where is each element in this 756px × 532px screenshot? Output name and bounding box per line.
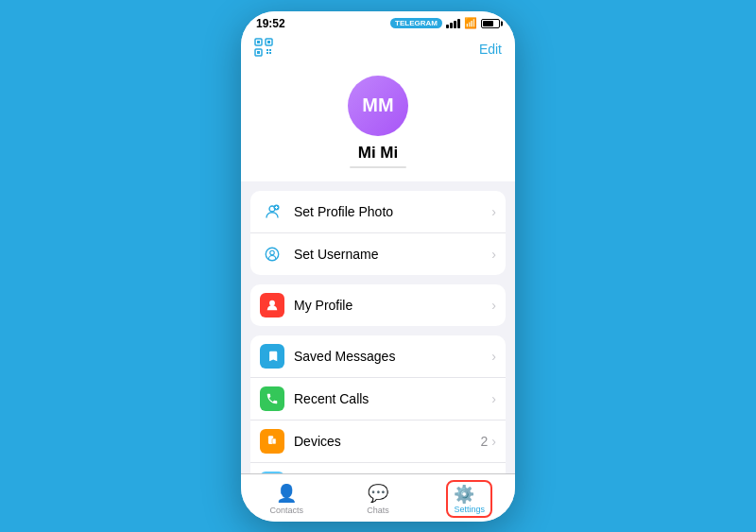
status-right: TELEGRAM 📶 xyxy=(390,17,500,29)
devices-label: Devices xyxy=(294,434,481,449)
recent-calls-label: Recent Calls xyxy=(294,391,490,406)
signal-bars xyxy=(446,19,460,28)
devices-count: 2 xyxy=(481,434,489,449)
status-bar: 19:52 TELEGRAM 📶 xyxy=(241,11,515,34)
telegram-badge: TELEGRAM xyxy=(390,18,442,28)
tab-bar: 👤 Contacts 💬 Chats ⚙️ Settings xyxy=(241,473,515,522)
svg-rect-7 xyxy=(269,49,271,51)
profile-menu-section: My Profile › xyxy=(250,284,506,326)
svg-rect-6 xyxy=(266,49,268,51)
tab-contacts[interactable]: 👤 Contacts xyxy=(241,483,333,515)
set-profile-photo-item[interactable]: Set Profile Photo › xyxy=(250,191,506,233)
chats-tab-icon: 💬 xyxy=(368,483,388,504)
settings-tab-icon: ⚙️ xyxy=(454,485,474,504)
my-profile-item[interactable]: My Profile › xyxy=(250,284,506,326)
my-profile-label: My Profile xyxy=(294,298,490,313)
status-time: 19:52 xyxy=(256,17,285,30)
chevron-icon: › xyxy=(491,391,496,406)
saved-messages-label: Saved Messages xyxy=(294,349,490,364)
my-profile-icon xyxy=(260,293,284,317)
profile-underline xyxy=(350,166,406,168)
profile-name: Mi Mi xyxy=(358,144,399,163)
recent-calls-item[interactable]: Recent Calls › xyxy=(250,378,506,420)
svg-rect-18 xyxy=(272,438,276,444)
avatar: MM xyxy=(348,76,408,136)
phone-frame: 19:52 TELEGRAM 📶 xyxy=(241,11,515,522)
profile-section: MM Mi Mi xyxy=(241,68,515,181)
quick-actions-section: Set Profile Photo › Set Username › xyxy=(250,191,506,275)
wifi-icon: 📶 xyxy=(464,17,477,29)
chevron-icon: › xyxy=(491,434,496,449)
header: Edit xyxy=(241,34,515,68)
tab-settings[interactable]: ⚙️ Settings xyxy=(423,480,515,518)
devices-icon xyxy=(260,429,284,454)
set-username-label: Set Username xyxy=(294,247,490,262)
content-area: Set Profile Photo › Set Username › xyxy=(241,181,515,473)
saved-messages-item[interactable]: Saved Messages › xyxy=(250,335,506,378)
svg-rect-5 xyxy=(257,51,260,54)
svg-point-14 xyxy=(266,248,279,261)
chevron-icon: › xyxy=(491,204,496,219)
chevron-icon: › xyxy=(491,298,496,313)
settings-highlight-box: ⚙️ Settings xyxy=(446,480,492,518)
username-icon xyxy=(260,242,284,266)
saved-messages-icon xyxy=(260,344,284,369)
set-profile-photo-label: Set Profile Photo xyxy=(294,204,490,219)
devices-item[interactable]: Devices 2 › xyxy=(250,420,506,463)
chats-tab-label: Chats xyxy=(367,506,389,515)
chat-folders-icon xyxy=(260,472,284,473)
edit-button[interactable]: Edit xyxy=(479,42,502,57)
chat-folders-item[interactable]: Chat Folders › xyxy=(250,463,506,473)
svg-point-15 xyxy=(270,250,275,255)
tab-chats[interactable]: 💬 Chats xyxy=(333,483,424,515)
svg-rect-4 xyxy=(267,41,270,43)
svg-rect-9 xyxy=(269,52,271,54)
recent-calls-icon xyxy=(260,386,284,411)
battery-icon xyxy=(481,19,500,28)
settings-tab-label: Settings xyxy=(454,505,485,514)
contacts-tab-icon: 👤 xyxy=(276,483,297,504)
qr-code-icon[interactable] xyxy=(254,38,273,60)
main-menu-section: Saved Messages › Recent Calls › xyxy=(250,335,506,473)
profile-photo-icon xyxy=(260,199,284,224)
svg-rect-8 xyxy=(266,52,268,54)
svg-point-16 xyxy=(269,300,275,305)
chevron-icon: › xyxy=(491,349,496,364)
chevron-icon: › xyxy=(491,247,496,262)
set-username-item[interactable]: Set Username › xyxy=(250,233,506,275)
svg-rect-3 xyxy=(257,41,260,43)
contacts-tab-label: Contacts xyxy=(270,506,304,515)
